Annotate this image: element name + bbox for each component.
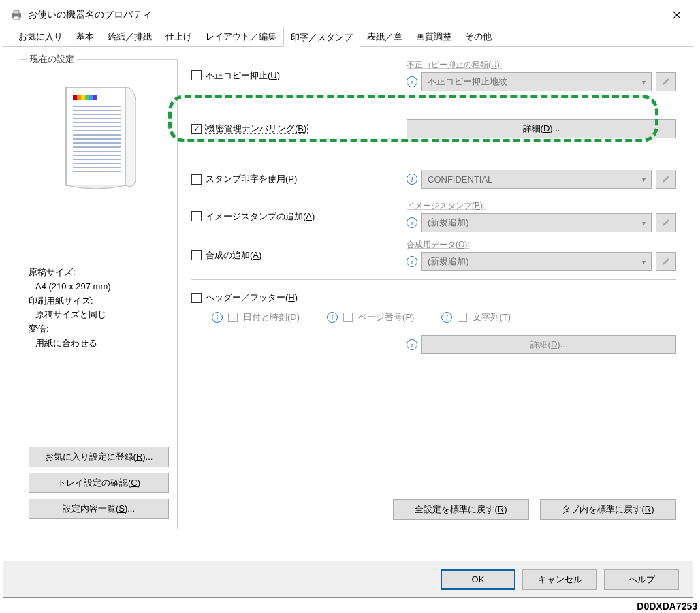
paper-size-value: 原稿サイズと同じ <box>35 308 169 322</box>
copy-guard-type-select[interactable]: 不正コピー抑止地紋▾ <box>421 72 652 91</box>
page-label: ページ番号(P) <box>358 311 414 324</box>
stamp-select[interactable]: CONFIDENTIAL▾ <box>421 170 652 189</box>
security-numbering-label: 機密管理ナンバリング(B) <box>206 123 307 135</box>
svg-rect-11 <box>93 95 97 100</box>
copy-guard-label: 不正コピー抑止(U) <box>206 69 280 82</box>
paper-size-label: 印刷用紙サイズ: <box>29 294 169 309</box>
window-title: お使いの機器名のプロパティ <box>28 9 152 21</box>
edit-icon[interactable] <box>656 72 676 91</box>
zoom-value: 用紙に合わせる <box>35 336 169 351</box>
image-stamp-label: イメージスタンプの追加(A) <box>206 210 315 223</box>
tab-8[interactable]: その他 <box>458 27 498 46</box>
header-footer-checkbox[interactable] <box>191 293 202 303</box>
edit-icon[interactable] <box>656 252 676 271</box>
close-button[interactable] <box>661 3 693 27</box>
zoom-label: 変倍: <box>29 322 169 336</box>
tab-6[interactable]: 表紙／章 <box>360 27 409 46</box>
info-icon[interactable]: i <box>407 217 417 228</box>
copy-guard-type-label: 不正コピー抑止の種類(U): <box>407 59 676 71</box>
page-checkbox <box>343 313 353 322</box>
reset-tab-button[interactable]: タブ内を標準に戻す(R) <box>540 499 676 520</box>
dialog-footer: OK キャンセル ヘルプ <box>3 561 693 597</box>
overlay-checkbox[interactable] <box>191 250 202 260</box>
svg-rect-7 <box>77 95 81 100</box>
svg-rect-1 <box>14 10 19 14</box>
header-footer-label: ヘッダー／フッター(H) <box>206 292 298 304</box>
ok-button[interactable]: OK <box>441 569 515 590</box>
page-preview <box>58 83 140 192</box>
tab-3[interactable]: 仕上げ <box>159 27 199 46</box>
overlay-label: 合成の追加(A) <box>206 249 261 262</box>
overlay-select-label: 合成用データ(O): <box>407 239 676 251</box>
info-icon[interactable]: i <box>407 76 417 87</box>
printer-icon <box>10 10 22 20</box>
left-panel: 現在の設定 原稿サイズ: A4 (210 x 29 <box>20 54 178 529</box>
tab-5[interactable]: 印字／スタンプ <box>283 27 360 47</box>
svg-rect-4 <box>66 87 126 185</box>
text-label: 文字列(T) <box>473 311 511 324</box>
info-icon[interactable]: i <box>327 312 338 323</box>
tab-7[interactable]: 画質調整 <box>409 27 458 46</box>
header-footer-details-button: 詳細(D)... <box>421 335 676 354</box>
properties-window: お使いの機器名のプロパティ お気に入り基本給紙／排紙仕上げレイアウト／編集印字／… <box>3 3 693 598</box>
svg-rect-8 <box>81 95 85 100</box>
cancel-button[interactable]: キャンセル <box>522 569 597 590</box>
edit-icon[interactable] <box>656 213 676 232</box>
date-checkbox <box>228 313 238 322</box>
titlebar: お使いの機器名のプロパティ <box>3 3 693 27</box>
orig-size-value: A4 (210 x 297 mm) <box>35 280 169 294</box>
settings-list-button[interactable]: 設定内容一覧(S)... <box>29 499 169 519</box>
reset-all-button[interactable]: 全設定を標準に戻す(R) <box>393 499 529 520</box>
svg-rect-10 <box>89 95 93 100</box>
stamp-label: スタンプ印字を使用(P) <box>206 173 297 185</box>
tab-0[interactable]: お気に入り <box>12 27 69 46</box>
help-button[interactable]: ヘルプ <box>604 569 679 590</box>
security-numbering-checkbox[interactable] <box>191 124 202 134</box>
right-panel: 不正コピー抑止(U) 不正コピー抑止の種類(U): i 不正コピー抑止地紋▾ 機… <box>178 54 676 529</box>
text-checkbox <box>458 313 467 322</box>
stamp-checkbox[interactable] <box>191 174 202 185</box>
svg-rect-9 <box>85 95 89 100</box>
settings-info: 原稿サイズ: A4 (210 x 297 mm) 印刷用紙サイズ: 原稿サイズと… <box>29 266 169 351</box>
svg-rect-6 <box>73 95 77 100</box>
tabs: お気に入り基本給紙／排紙仕上げレイアウト／編集印字／スタンプ表紙／章画質調整その… <box>3 27 693 47</box>
confirm-tray-button[interactable]: トレイ設定の確認(C) <box>29 473 169 493</box>
svg-rect-2 <box>14 16 19 20</box>
info-icon[interactable]: i <box>407 339 417 350</box>
overlay-select[interactable]: (新規追加)▾ <box>421 252 652 271</box>
svg-point-3 <box>19 14 20 15</box>
info-icon[interactable]: i <box>407 174 417 185</box>
image-stamp-select[interactable]: (新規追加)▾ <box>421 213 652 232</box>
image-stamp-checkbox[interactable] <box>191 211 202 221</box>
security-numbering-details-button[interactable]: 詳細(D)... <box>407 119 676 138</box>
edit-icon[interactable] <box>656 170 676 189</box>
date-label: 日付と時刻(D) <box>243 311 300 324</box>
image-stamp-select-label: イメージスタンプ(B): <box>407 200 676 212</box>
info-icon[interactable]: i <box>212 312 223 323</box>
tab-1[interactable]: 基本 <box>69 27 101 46</box>
orig-size-label: 原稿サイズ: <box>29 266 169 280</box>
info-icon[interactable]: i <box>441 312 452 323</box>
info-icon[interactable]: i <box>407 256 417 267</box>
register-favorite-button[interactable]: お気に入り設定に登録(R)... <box>29 447 169 467</box>
tab-4[interactable]: レイアウト／編集 <box>199 27 283 46</box>
copy-guard-checkbox[interactable] <box>191 70 202 80</box>
content-area: 現在の設定 原稿サイズ: A4 (210 x 29 <box>3 47 693 529</box>
current-settings-legend: 現在の設定 <box>27 53 77 65</box>
tab-2[interactable]: 給紙／排紙 <box>101 27 159 46</box>
